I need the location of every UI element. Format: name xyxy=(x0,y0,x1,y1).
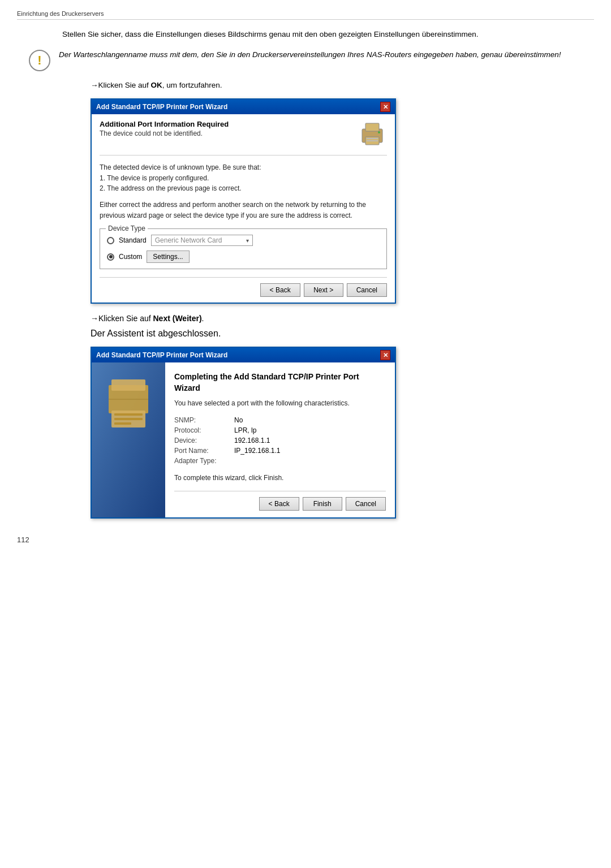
page-number: 112 xyxy=(17,536,594,544)
dialog2-footer: < Back Finish Cancel xyxy=(174,491,386,511)
protocol-label: Protocol: xyxy=(174,426,225,434)
dialog2-left-panel xyxy=(92,362,165,517)
dialog2-back-button[interactable]: < Back xyxy=(259,497,299,511)
info-device-row: Device: 192.168.1.1 xyxy=(174,437,386,444)
dialog2-body: Completing the Add Standard TCP/IP Print… xyxy=(92,362,395,517)
dialog2-title: Add Standard TCP/IP Printer Port Wizard xyxy=(96,351,227,359)
wizard-printer-illustration xyxy=(100,374,157,442)
dialog1-body-text2: Either correct the address and perform a… xyxy=(100,200,387,221)
dropdown-arrow-icon: ▾ xyxy=(246,237,249,244)
svg-point-7 xyxy=(378,131,380,133)
dialog2-cancel-button[interactable]: Cancel xyxy=(346,497,386,511)
dialog1-footer: < Back Next > Cancel xyxy=(100,277,387,297)
port-name-value: IP_192.168.1.1 xyxy=(234,447,280,455)
svg-rect-6 xyxy=(367,140,378,141)
custom-radio[interactable] xyxy=(107,253,114,261)
device-type-legend: Device Type xyxy=(106,224,148,232)
dialog2-right-panel: Completing the Add Standard TCP/IP Print… xyxy=(165,362,395,517)
dialog2: Add Standard TCP/IP Printer Port Wizard … xyxy=(91,347,396,519)
dialog2-titlebar: Add Standard TCP/IP Printer Port Wizard … xyxy=(92,348,395,362)
page-header: Einrichtung des Druckerservers xyxy=(17,10,594,20)
adapter-label: Adapter Type: xyxy=(174,457,225,465)
dialog2-close-button[interactable]: ✕ xyxy=(380,350,390,360)
svg-rect-12 xyxy=(114,413,143,416)
next-button[interactable]: Next > xyxy=(304,283,343,297)
dialog1-content: The detected device is of unknown type. … xyxy=(100,162,387,221)
instruction-next: →Klicken Sie auf Next (Weiter). xyxy=(91,314,594,323)
intro-text: Stellen Sie sicher, dass die Einstellung… xyxy=(62,29,594,40)
dialog1-list-item-1: 1. The device is properly configured. xyxy=(100,173,387,184)
svg-rect-5 xyxy=(367,138,378,139)
snmp-label: SNMP: xyxy=(174,416,225,424)
dialog1-body-text1: The detected device is of unknown type. … xyxy=(100,162,387,173)
dialog1-title: Add Standard TCP/IP Printer Port Wizard xyxy=(96,103,227,111)
snmp-value: No xyxy=(234,416,243,424)
warning-icon: ! xyxy=(28,49,51,72)
arrow2-icon: → xyxy=(91,314,98,323)
dialog1-header-subtitle: The device could not be identified. xyxy=(100,129,229,137)
custom-radio-row: Custom Settings... xyxy=(107,251,380,263)
instruction-ok: →Klicken Sie auf OK, um fortzufahren. xyxy=(91,81,594,89)
standard-radio[interactable] xyxy=(107,237,114,244)
info-adapter-row: Adapter Type: xyxy=(174,457,386,465)
back-button[interactable]: < Back xyxy=(260,283,300,297)
dialog1-close-button[interactable]: ✕ xyxy=(380,102,390,112)
device-type-group: Device Type Standard Generic Network Car… xyxy=(100,228,387,269)
printer-icon xyxy=(358,120,387,149)
device-label: Device: xyxy=(174,437,225,444)
info-protocol-row: Protocol: LPR, lp xyxy=(174,426,386,434)
warning-box: ! Der Warteschlangenname muss mit dem, d… xyxy=(28,49,594,72)
info-snmp-row: SNMP: No xyxy=(174,416,386,424)
svg-rect-3 xyxy=(365,123,379,131)
svg-rect-14 xyxy=(114,422,131,425)
warning-text: Der Warteschlangenname muss mit dem, den… xyxy=(59,49,561,61)
dialog1-header-row: Additional Port Information Required The… xyxy=(100,120,387,156)
standard-dropdown[interactable]: Generic Network Card ▾ xyxy=(151,235,253,246)
cancel-button[interactable]: Cancel xyxy=(347,283,387,297)
dialog1-list-item-2: 2. The address on the previous page is c… xyxy=(100,183,387,194)
svg-rect-9 xyxy=(111,379,145,391)
device-value: 192.168.1.1 xyxy=(234,437,270,444)
port-name-label: Port Name: xyxy=(174,447,225,455)
dialog2-info-table: SNMP: No Protocol: LPR, lp Device: 192.1… xyxy=(174,416,386,465)
dialog1-body: Additional Port Information Required The… xyxy=(92,114,395,303)
settings-button[interactable]: Settings... xyxy=(147,251,189,263)
finish-button[interactable]: Finish xyxy=(303,497,342,511)
page-header-text: Einrichtung des Druckerservers xyxy=(17,10,104,17)
dialog1-titlebar: Add Standard TCP/IP Printer Port Wizard … xyxy=(92,100,395,114)
section-complete-text: Der Assistent ist abgeschlossen. xyxy=(91,329,594,339)
complete-instruction: To complete this wizard, click Finish. xyxy=(174,474,386,482)
info-port-name-row: Port Name: IP_192.168.1.1 xyxy=(174,447,386,455)
protocol-value: LPR, lp xyxy=(234,426,256,434)
svg-text:!: ! xyxy=(37,53,41,67)
standard-label: Standard xyxy=(119,236,147,244)
custom-label: Custom xyxy=(119,253,142,261)
dialog2-big-title: Completing the Add Standard TCP/IP Print… xyxy=(174,372,386,394)
dialog1-header-text: Additional Port Information Required The… xyxy=(100,120,229,137)
dialog1: Add Standard TCP/IP Printer Port Wizard … xyxy=(91,98,396,304)
arrow-icon: → xyxy=(91,81,98,89)
svg-rect-13 xyxy=(114,418,143,420)
dialog1-header-title: Additional Port Information Required xyxy=(100,120,229,128)
standard-radio-row: Standard Generic Network Card ▾ xyxy=(107,235,380,246)
dialog2-sub-desc: You have selected a port with the follow… xyxy=(174,399,386,407)
